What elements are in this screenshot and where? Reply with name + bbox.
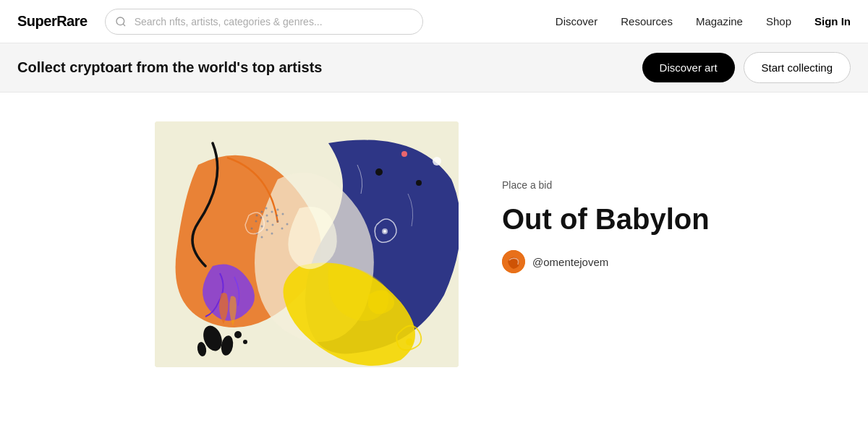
svg-point-16 [271,233,273,235]
svg-point-15 [266,229,268,231]
start-collecting-button[interactable]: Start collecting [744,52,851,83]
artist-handle[interactable]: @omentejovem [532,256,608,268]
svg-point-8 [266,215,268,217]
banner: Collect cryptoart from the world's top a… [0,43,868,93]
svg-point-33 [406,338,413,346]
search-input[interactable] [105,9,423,35]
sign-in-button[interactable]: Sign In [814,15,851,27]
svg-point-6 [234,331,242,338]
nav-links: Discover Resources Magazine Shop Sign In [556,15,851,27]
artwork-svg [155,121,459,367]
svg-point-20 [261,211,263,213]
nav-link-shop[interactable]: Shop [766,15,791,27]
svg-point-28 [261,236,263,239]
svg-point-21 [256,215,258,217]
svg-line-1 [123,24,125,26]
svg-point-14 [261,226,263,228]
svg-point-19 [265,207,268,210]
navbar: SuperRare Discover Resources Magazine Sh… [0,0,868,43]
svg-point-34 [375,168,383,176]
artwork-container [155,121,459,367]
nav-link-discover[interactable]: Discover [556,15,597,27]
main-content: Place a bid Out of Babylon @omentejovem [0,93,868,396]
svg-point-0 [116,17,124,25]
svg-point-10 [276,215,278,217]
svg-point-29 [433,157,441,166]
banner-text: Collect cryptoart from the world's top a… [17,59,322,76]
logo[interactable]: SuperRare [17,13,88,30]
svg-point-32 [383,230,386,233]
svg-point-11 [267,220,269,223]
artist-row: @omentejovem [502,250,851,273]
avatar[interactable] [502,250,525,273]
svg-point-30 [401,151,407,157]
svg-point-9 [271,211,273,213]
banner-actions: Discover art Start collecting [642,52,851,83]
search-icon [115,16,127,27]
svg-point-24 [281,228,284,230]
search-wrapper [105,9,423,35]
nav-link-resources[interactable]: Resources [621,15,673,27]
svg-point-23 [282,213,284,215]
svg-point-25 [286,223,289,226]
svg-point-12 [272,224,274,226]
svg-point-17 [255,220,258,223]
svg-point-35 [416,180,422,186]
svg-point-13 [277,220,279,223]
place-bid-label: Place a bid [502,179,851,191]
discover-art-button[interactable]: Discover art [642,53,735,82]
nav-link-magazine[interactable]: Magazine [696,15,743,27]
artwork-image[interactable] [155,121,459,367]
svg-point-26 [251,228,253,230]
svg-point-7 [243,340,247,344]
artwork-info: Place a bid Out of Babylon @omentejovem [502,121,851,273]
svg-point-22 [277,209,279,211]
artwork-title: Out of Babylon [502,202,851,236]
avatar-icon [502,250,525,273]
